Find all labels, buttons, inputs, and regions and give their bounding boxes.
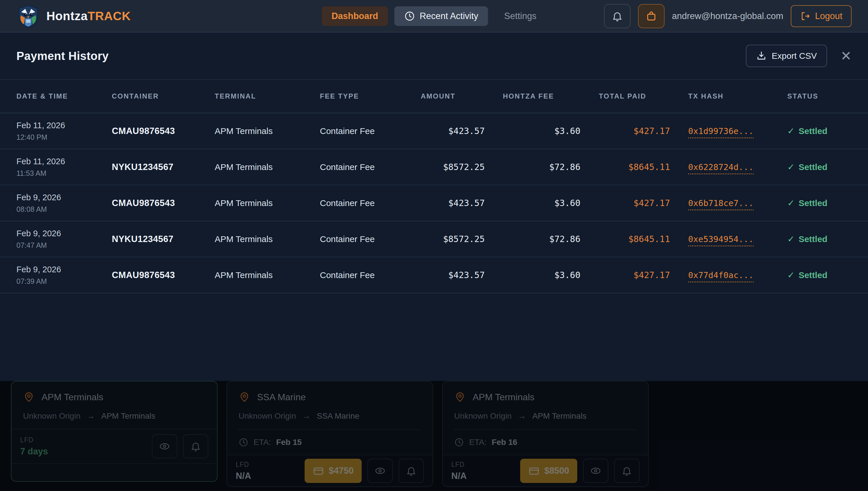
terminal-card: APM Terminals Unknown Origin → APM Termi… <box>11 381 218 482</box>
user-email: andrew@hontza-global.com <box>672 11 783 21</box>
nav-recent-activity[interactable]: Recent Activity <box>394 6 488 26</box>
bell-icon <box>406 465 417 476</box>
col-total-paid: TOTAL PAID <box>580 80 670 113</box>
route-origin: Unknown Origin <box>454 411 512 421</box>
check-icon: ✓ <box>787 162 794 172</box>
pay-fees-button[interactable]: $8500 <box>520 459 577 483</box>
route-destination: APM Terminals <box>532 411 586 421</box>
brand: HontzaTRACK <box>17 4 131 28</box>
view-button[interactable] <box>368 459 393 483</box>
status-badge: ✓Settled <box>785 185 868 221</box>
notifications-button[interactable] <box>604 4 631 28</box>
row-date: Feb 11, 2026 <box>17 157 112 166</box>
route-arrow-icon: → <box>518 411 526 421</box>
pay-amount: $8500 <box>544 466 569 476</box>
close-icon[interactable]: ✕ <box>840 49 851 62</box>
logout-icon <box>800 11 810 21</box>
check-icon: ✓ <box>787 126 794 136</box>
status-badge: ✓Settled <box>785 221 868 257</box>
lfd-value: 7 days <box>20 446 48 457</box>
lfd-label: LFD <box>20 436 48 444</box>
terminal-card: APM Terminals Unknown Origin → APM Termi… <box>442 381 649 487</box>
briefcase-icon <box>645 10 657 22</box>
col-date-time: DATE & TIME <box>0 80 112 113</box>
nav-dashboard[interactable]: Dashboard <box>322 6 388 26</box>
nav-dashboard-label: Dashboard <box>331 11 378 21</box>
row-time: 08:08 AM <box>17 205 112 213</box>
page-title: Payment History <box>17 50 109 62</box>
row-container: CMAU9876543 <box>112 257 215 293</box>
payment-table: DATE & TIME CONTAINER TERMINAL FEE TYPE … <box>0 80 868 293</box>
card-route: Unknown Origin → SSA Marine <box>227 403 433 421</box>
row-container: NYKU1234567 <box>112 149 215 185</box>
row-fee-type: Container Fee <box>320 149 421 185</box>
route-origin: Unknown Origin <box>23 411 80 421</box>
row-time: 12:40 PM <box>17 133 112 142</box>
check-icon: ✓ <box>787 270 794 280</box>
briefcase-button[interactable] <box>638 4 665 28</box>
row-container: NYKU1234567 <box>112 221 215 257</box>
card-title: SSA Marine <box>257 392 306 403</box>
status-text: Settled <box>799 126 828 136</box>
view-button[interactable] <box>152 434 177 458</box>
status-text: Settled <box>799 162 828 172</box>
export-csv-label: Export CSV <box>772 51 817 61</box>
col-hontza-fee: HONTZA FEE <box>485 80 580 113</box>
col-amount: AMOUNT <box>421 80 485 113</box>
clock-icon <box>239 437 249 447</box>
table-row: Feb 9, 2026 07:47 AM NYKU1234567 APM Ter… <box>0 221 868 257</box>
row-terminal: APM Terminals <box>215 185 320 221</box>
row-hontza-fee: $3.60 <box>485 185 580 221</box>
location-pin-icon <box>23 391 35 403</box>
status-badge: ✓Settled <box>785 257 868 293</box>
row-hontza-fee: $3.60 <box>485 257 580 293</box>
logout-label: Logout <box>815 11 842 21</box>
row-total-paid: $8645.11 <box>580 149 670 185</box>
row-fee-type: Container Fee <box>320 185 421 221</box>
bell-icon <box>611 10 623 22</box>
tx-hash-link[interactable]: 0x77d4f0ac... <box>688 270 754 282</box>
status-text: Settled <box>799 270 828 280</box>
tx-hash-link[interactable]: 0x6b718ce7... <box>688 198 754 210</box>
alert-button[interactable] <box>183 434 208 458</box>
row-terminal: APM Terminals <box>215 221 320 257</box>
card-route: Unknown Origin → APM Terminals <box>443 403 648 421</box>
nav-settings-label: Settings <box>504 11 537 21</box>
lfd-value: N/A <box>451 471 467 481</box>
row-date: Feb 9, 2026 <box>17 193 112 202</box>
clock-icon <box>454 437 464 447</box>
row-time: 11:53 AM <box>17 169 112 177</box>
table-row: Feb 11, 2026 11:53 AM NYKU1234567 APM Te… <box>0 149 868 185</box>
eta-value: Feb 16 <box>492 438 517 447</box>
alert-button[interactable] <box>614 459 639 483</box>
check-icon: ✓ <box>787 198 794 208</box>
tx-hash-link[interactable]: 0x1d99736e... <box>688 126 754 138</box>
tx-hash-link[interactable]: 0xe5394954... <box>688 234 754 247</box>
row-container: CMAU9876543 <box>112 185 215 221</box>
row-total-paid: $8645.11 <box>580 221 670 257</box>
route-destination: SSA Marine <box>317 411 359 421</box>
brand-accent: TRACK <box>88 9 131 23</box>
row-hontza-fee: $72.86 <box>485 149 580 185</box>
tx-hash-link[interactable]: 0x6228724d... <box>688 162 754 174</box>
logout-button[interactable]: Logout <box>791 5 851 27</box>
nav-recent-activity-label: Recent Activity <box>419 11 478 21</box>
status-text: Settled <box>799 198 828 208</box>
export-csv-button[interactable]: Export CSV <box>746 45 828 67</box>
card-title: APM Terminals <box>473 392 534 403</box>
card-route: Unknown Origin → APM Terminals <box>11 403 217 421</box>
alert-button[interactable] <box>399 459 424 483</box>
eye-icon <box>159 440 170 452</box>
row-amount: $423.57 <box>421 113 485 149</box>
row-total-paid: $427.17 <box>580 257 670 293</box>
credit-card-icon <box>528 465 540 476</box>
clock-icon <box>404 11 415 22</box>
table-row: Feb 9, 2026 07:39 AM CMAU9876543 APM Ter… <box>0 257 868 293</box>
table-row: Feb 9, 2026 08:08 AM CMAU9876543 APM Ter… <box>0 185 868 221</box>
row-terminal: APM Terminals <box>215 113 320 149</box>
view-button[interactable] <box>583 459 608 483</box>
pay-fees-button[interactable]: $4750 <box>305 459 361 483</box>
nav-settings[interactable]: Settings <box>494 6 546 26</box>
row-amount: $8572.25 <box>421 149 485 185</box>
row-hontza-fee: $72.86 <box>485 221 580 257</box>
